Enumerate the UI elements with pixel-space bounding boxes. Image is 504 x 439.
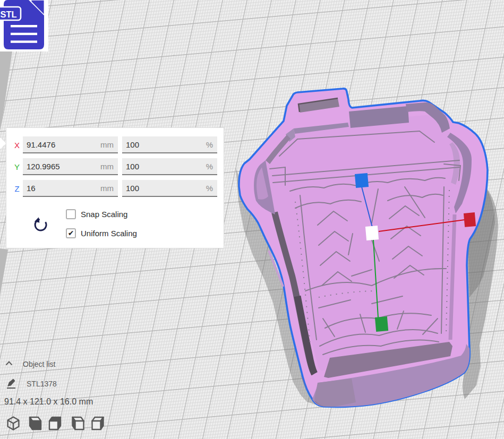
svg-text:STL: STL [1,10,17,19]
